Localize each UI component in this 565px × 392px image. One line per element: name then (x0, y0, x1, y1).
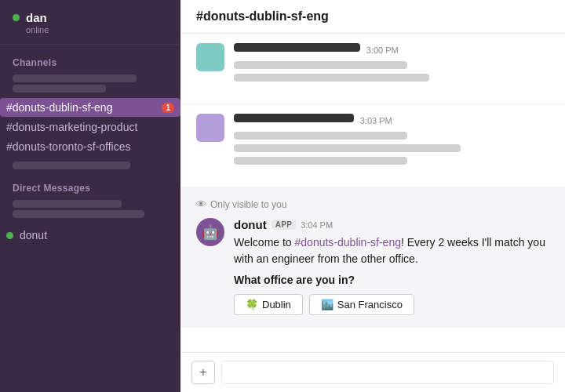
message-time-1: 3:00 PM (366, 45, 399, 55)
sf-emoji: 🏙️ (321, 299, 334, 310)
dm-skeleton-2 (13, 210, 144, 218)
bot-message-text: Welcome to #donuts-dublin-sf-eng! Every … (234, 234, 549, 267)
channel-link[interactable]: #donuts-dublin-sf-eng (295, 236, 401, 249)
channel-item-donuts-dublin[interactable]: #donuts-dublin-sf-eng 1 (0, 98, 180, 117)
only-visible-text: Only visible to you (210, 199, 286, 210)
message-time-2: 3:03 PM (360, 116, 392, 125)
bot-message-area: 👁 Only visible to you 🤖 donut APP 3:04 P… (180, 187, 565, 328)
channels-section: Channels (0, 45, 180, 98)
bot-buttons: 🍀 Dublin 🏙️ San Francisco (234, 294, 549, 315)
message-group-1: 3:00 PM (180, 34, 565, 104)
msg-line-3 (234, 132, 407, 140)
username: dan (26, 11, 47, 24)
bot-content: donut APP 3:04 PM Welcome to #donuts-dub… (234, 218, 549, 315)
message-row-2: 3:03 PM (196, 114, 549, 169)
msg-line-4 (234, 144, 461, 152)
user-status: online (26, 25, 168, 34)
bot-question: What office are you in? (234, 274, 549, 286)
only-visible-notice: 👁 Only visible to you (196, 198, 549, 210)
channel-name: #donuts-marketing-product (6, 121, 137, 133)
sender-name-skeleton-2 (234, 114, 354, 122)
unread-badge: 1 (162, 103, 174, 113)
channel-header: #donuts-dublin-sf-eng (180, 0, 565, 34)
bot-name: donut (234, 218, 267, 231)
bot-row: 🤖 donut APP 3:04 PM Welcome to #donuts-d… (196, 218, 549, 315)
channel-skeleton-2 (13, 85, 106, 93)
msg-line-1 (234, 61, 407, 69)
dublin-emoji: 🍀 (246, 299, 258, 310)
add-attachment-button[interactable]: + (191, 361, 215, 384)
bot-avatar: 🤖 (196, 218, 224, 246)
dublin-button[interactable]: 🍀 Dublin (234, 294, 303, 315)
main-content: #donuts-dublin-sf-eng 3:00 PM (180, 0, 565, 392)
message-content-1: 3:00 PM (234, 43, 549, 86)
message-group-2: 3:03 PM (180, 104, 565, 187)
channel-item-donuts-toronto[interactable]: #donuts-toronto-sf-offices (0, 137, 180, 156)
channel-name: #donuts-toronto-sf-offices (6, 140, 131, 153)
messages-area: 3:00 PM 3:03 PM (180, 34, 565, 352)
avatar-2 (196, 114, 224, 142)
online-status-dot (13, 14, 20, 21)
dm-section: Direct Messages (0, 172, 180, 226)
dm-online-dot (6, 232, 13, 239)
bot-avatar-icon: 🤖 (202, 223, 219, 241)
avatar-1 (196, 43, 224, 71)
channel-name: #donuts-dublin-sf-eng (6, 101, 112, 114)
eye-icon: 👁 (196, 198, 206, 210)
channel-skeleton-1 (13, 74, 137, 82)
app-badge: APP (272, 220, 296, 230)
bot-time: 3:04 PM (301, 220, 333, 230)
message-input[interactable] (221, 361, 554, 384)
dublin-label: Dublin (262, 299, 291, 310)
bot-name-row: donut APP 3:04 PM (234, 218, 549, 231)
sf-label: San Francisco (337, 299, 403, 310)
sidebar: dan online Channels #donuts-dublin-sf-en… (0, 0, 180, 392)
message-content-2: 3:03 PM (234, 114, 549, 169)
msg-line-5 (234, 157, 407, 165)
message-row-1: 3:00 PM (196, 43, 549, 86)
input-area: + (180, 352, 565, 392)
dm-item-donut[interactable]: donut (0, 226, 180, 245)
channel-item-donuts-marketing[interactable]: #donuts-marketing-product (0, 118, 180, 136)
dm-skeleton-1 (13, 200, 122, 208)
sf-button[interactable]: 🏙️ San Francisco (309, 294, 414, 315)
channel-skeleton-3 (13, 162, 130, 169)
plus-icon: + (199, 365, 206, 379)
channel-header-title: #donuts-dublin-sf-eng (196, 9, 329, 23)
dm-name: donut (20, 229, 47, 241)
dm-section-title: Direct Messages (13, 183, 168, 194)
channels-section-title: Channels (13, 57, 168, 68)
sender-name-skeleton-1 (234, 43, 360, 52)
user-header: dan online (0, 0, 180, 45)
bot-text-part1: Welcome to (234, 236, 295, 249)
msg-line-2 (234, 74, 429, 82)
